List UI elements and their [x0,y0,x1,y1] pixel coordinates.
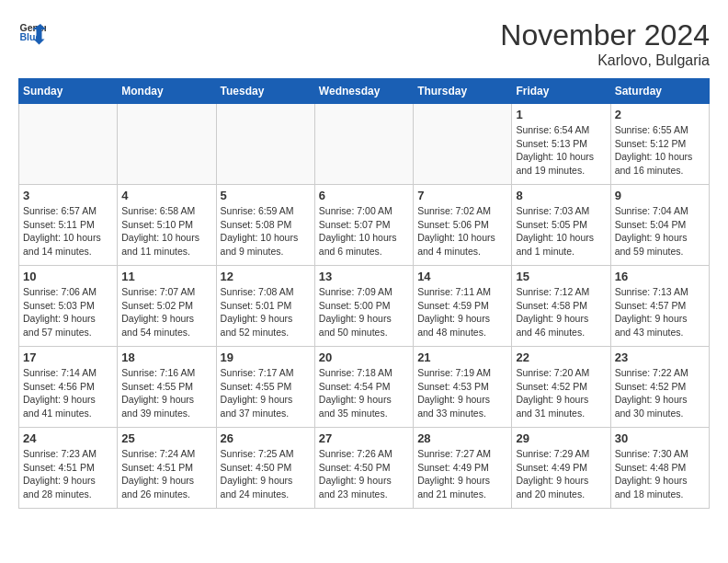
day-info: Sunrise: 6:54 AM Sunset: 5:13 PM Dayligh… [516,123,606,178]
day-info: Sunrise: 6:55 AM Sunset: 5:12 PM Dayligh… [615,123,705,178]
day-info: Sunrise: 6:58 AM Sunset: 5:10 PM Dayligh… [121,204,211,259]
day-number: 12 [221,270,311,283]
calendar-cell: 20Sunrise: 7:18 AM Sunset: 4:54 PM Dayli… [314,347,413,428]
weekday-header: Friday [512,79,610,104]
calendar-cell: 2Sunrise: 6:55 AM Sunset: 5:12 PM Daylig… [610,104,709,185]
week-row: 24Sunrise: 7:23 AM Sunset: 4:51 PM Dayli… [19,428,710,509]
calendar-cell: 21Sunrise: 7:19 AM Sunset: 4:53 PM Dayli… [414,347,512,428]
day-number: 27 [319,431,409,445]
day-info: Sunrise: 7:26 AM Sunset: 4:50 PM Dayligh… [319,447,409,501]
day-number: 25 [121,431,211,445]
day-info: Sunrise: 7:23 AM Sunset: 4:51 PM Dayligh… [23,447,113,501]
week-row: 3Sunrise: 6:57 AM Sunset: 5:11 PM Daylig… [19,185,710,266]
calendar-cell: 1Sunrise: 6:54 AM Sunset: 5:13 PM Daylig… [512,104,610,185]
calendar-cell: 26Sunrise: 7:25 AM Sunset: 4:50 PM Dayli… [216,428,314,509]
calendar-cell: 18Sunrise: 7:16 AM Sunset: 4:55 PM Dayli… [118,347,216,428]
day-number: 11 [121,270,211,283]
title-block: November 2024 Karlovo, Bulgaria [500,18,710,69]
calendar-cell: 28Sunrise: 7:27 AM Sunset: 4:49 PM Dayli… [414,428,512,509]
day-info: Sunrise: 7:20 AM Sunset: 4:52 PM Dayligh… [516,366,606,420]
day-number: 3 [23,189,113,202]
day-info: Sunrise: 7:18 AM Sunset: 4:54 PM Dayligh… [319,366,409,420]
calendar-cell: 22Sunrise: 7:20 AM Sunset: 4:52 PM Dayli… [512,347,610,428]
day-number: 24 [23,431,113,445]
day-number: 18 [121,350,211,364]
logo: General Blue [18,18,46,46]
day-number: 23 [615,350,705,364]
logo-icon: General Blue [18,18,46,46]
day-number: 1 [516,108,606,121]
calendar-cell [414,104,512,185]
month-title: November 2024 [500,18,710,52]
day-number: 4 [121,189,211,202]
calendar-cell: 17Sunrise: 7:14 AM Sunset: 4:56 PM Dayli… [19,347,118,428]
calendar-cell: 7Sunrise: 7:02 AM Sunset: 5:06 PM Daylig… [414,185,512,266]
day-info: Sunrise: 7:02 AM Sunset: 5:06 PM Dayligh… [417,204,507,259]
day-info: Sunrise: 7:12 AM Sunset: 4:58 PM Dayligh… [516,285,606,339]
day-info: Sunrise: 7:08 AM Sunset: 5:01 PM Dayligh… [221,285,311,339]
day-number: 14 [417,270,507,283]
weekday-header: Tuesday [216,79,314,104]
day-info: Sunrise: 7:06 AM Sunset: 5:03 PM Dayligh… [23,285,113,339]
calendar-cell: 25Sunrise: 7:24 AM Sunset: 4:51 PM Dayli… [118,428,216,509]
calendar-cell: 24Sunrise: 7:23 AM Sunset: 4:51 PM Dayli… [19,428,118,509]
day-info: Sunrise: 6:59 AM Sunset: 5:08 PM Dayligh… [221,204,311,259]
day-number: 19 [221,350,311,364]
day-info: Sunrise: 7:07 AM Sunset: 5:02 PM Dayligh… [121,285,211,339]
calendar-cell [19,104,118,185]
calendar-cell: 6Sunrise: 7:00 AM Sunset: 5:07 PM Daylig… [314,185,413,266]
day-info: Sunrise: 6:57 AM Sunset: 5:11 PM Dayligh… [23,204,113,259]
page-header: General Blue November 2024 Karlovo, Bulg… [18,18,710,69]
day-info: Sunrise: 7:00 AM Sunset: 5:07 PM Dayligh… [319,204,409,259]
location-subtitle: Karlovo, Bulgaria [500,52,710,69]
day-info: Sunrise: 7:13 AM Sunset: 4:57 PM Dayligh… [615,285,705,339]
day-number: 20 [319,350,409,364]
weekday-header: Wednesday [314,79,413,104]
day-number: 13 [319,270,409,283]
calendar-cell: 8Sunrise: 7:03 AM Sunset: 5:05 PM Daylig… [512,185,610,266]
weekday-header-row: SundayMondayTuesdayWednesdayThursdayFrid… [19,79,710,104]
day-info: Sunrise: 7:03 AM Sunset: 5:05 PM Dayligh… [516,204,606,259]
calendar-cell: 30Sunrise: 7:30 AM Sunset: 4:48 PM Dayli… [610,428,709,509]
day-number: 16 [615,270,705,283]
day-number: 22 [516,350,606,364]
day-number: 5 [221,189,311,202]
calendar-cell: 11Sunrise: 7:07 AM Sunset: 5:02 PM Dayli… [118,266,216,347]
day-number: 21 [417,350,507,364]
calendar-cell: 9Sunrise: 7:04 AM Sunset: 5:04 PM Daylig… [610,185,709,266]
calendar-cell: 10Sunrise: 7:06 AM Sunset: 5:03 PM Dayli… [19,266,118,347]
day-number: 28 [417,431,507,445]
calendar-cell: 12Sunrise: 7:08 AM Sunset: 5:01 PM Dayli… [216,266,314,347]
calendar-cell: 16Sunrise: 7:13 AM Sunset: 4:57 PM Dayli… [610,266,709,347]
day-number: 29 [516,431,606,445]
calendar-cell: 19Sunrise: 7:17 AM Sunset: 4:55 PM Dayli… [216,347,314,428]
calendar-cell: 23Sunrise: 7:22 AM Sunset: 4:52 PM Dayli… [610,347,709,428]
calendar-cell: 4Sunrise: 6:58 AM Sunset: 5:10 PM Daylig… [118,185,216,266]
calendar-cell: 27Sunrise: 7:26 AM Sunset: 4:50 PM Dayli… [314,428,413,509]
day-number: 2 [615,108,705,121]
day-number: 9 [615,189,705,202]
weekday-header: Monday [118,79,216,104]
day-number: 17 [23,350,113,364]
day-info: Sunrise: 7:24 AM Sunset: 4:51 PM Dayligh… [121,447,211,501]
calendar-cell [118,104,216,185]
day-number: 10 [23,270,113,283]
day-info: Sunrise: 7:04 AM Sunset: 5:04 PM Dayligh… [615,204,705,259]
week-row: 17Sunrise: 7:14 AM Sunset: 4:56 PM Dayli… [19,347,710,428]
day-info: Sunrise: 7:16 AM Sunset: 4:55 PM Dayligh… [121,366,211,420]
calendar-cell [216,104,314,185]
day-info: Sunrise: 7:27 AM Sunset: 4:49 PM Dayligh… [417,447,507,501]
day-number: 26 [221,431,311,445]
day-number: 8 [516,189,606,202]
day-info: Sunrise: 7:22 AM Sunset: 4:52 PM Dayligh… [615,366,705,420]
day-info: Sunrise: 7:09 AM Sunset: 5:00 PM Dayligh… [319,285,409,339]
day-number: 7 [417,189,507,202]
calendar-cell: 13Sunrise: 7:09 AM Sunset: 5:00 PM Dayli… [314,266,413,347]
calendar-cell: 14Sunrise: 7:11 AM Sunset: 4:59 PM Dayli… [414,266,512,347]
week-row: 1Sunrise: 6:54 AM Sunset: 5:13 PM Daylig… [19,104,710,185]
weekday-header: Saturday [610,79,709,104]
day-info: Sunrise: 7:17 AM Sunset: 4:55 PM Dayligh… [221,366,311,420]
calendar-cell: 15Sunrise: 7:12 AM Sunset: 4:58 PM Dayli… [512,266,610,347]
weekday-header: Sunday [19,79,118,104]
day-number: 30 [615,431,705,445]
